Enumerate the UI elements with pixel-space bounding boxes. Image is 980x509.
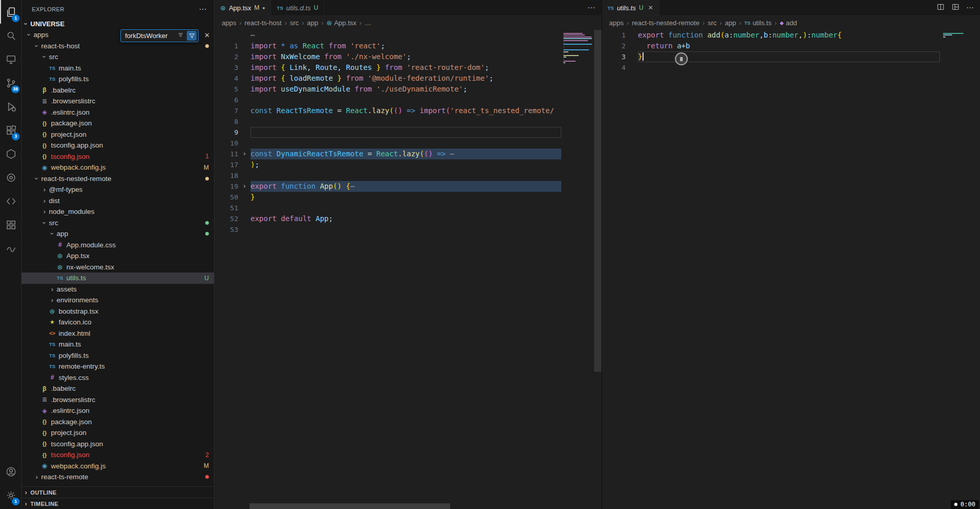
tree-item-main.ts[interactable]: TSmain.ts [22,339,214,350]
breadcrumb-src[interactable]: src [290,19,298,27]
fold-gutter [626,51,638,62]
code-editor[interactable]: 1export function add(a:number,b:number,)… [602,30,980,509]
settings-icon[interactable]: 1 [0,483,21,507]
tree-item-app[interactable]: ›app [22,228,214,240]
tree-item-package.json[interactable]: {}package.json [22,118,214,129]
remote-explorer-icon[interactable] [0,47,21,71]
html-file-icon: <> [48,331,57,336]
filter-lines-icon[interactable] [177,31,184,40]
horizontal-scrollbar[interactable] [250,503,450,509]
more-actions-icon[interactable]: ⋯ [966,3,974,12]
fold-chevron-icon[interactable]: › [238,149,251,159]
tree-item-favicon.ico[interactable]: ★favicon.ico [22,317,214,328]
tree-filter-widget[interactable]: forkDtsWorker [120,29,199,42]
tree-item-main.ts[interactable]: TSmain.ts [22,63,214,74]
breadcrumb-separator-icon: › [360,20,362,27]
breadcrumb-react-ts-host[interactable]: react-ts-host [244,19,281,27]
tree-item-src[interactable]: ›src [22,51,214,63]
line-number: 7 [215,105,238,116]
filter-close-icon[interactable]: ✕ [204,31,210,39]
breadcrumb-utils.ts[interactable]: TSutils.ts [744,19,772,27]
breadcrumb-app[interactable]: app [725,19,736,27]
source-control-icon[interactable]: 38 [0,71,21,95]
tab-utils.d.ts[interactable]: TSutils.d.tsU [271,0,325,15]
close-icon[interactable]: ✕ [648,4,653,11]
tree-item-package.json[interactable]: {}package.json [22,416,214,428]
tree-item-project.json[interactable]: {}project.json [22,129,214,140]
breadcrumb-add[interactable]: ◆add [780,19,797,27]
tree-item-tsconfig.json[interactable]: {}tsconfig.json1 [22,151,214,162]
tree-item-App.module.css[interactable]: #App.module.css [22,240,214,251]
tree-item-environments[interactable]: ›environments [22,295,214,306]
tree-item-tsconfig.app.json[interactable]: {}tsconfig.app.json [22,140,214,151]
tree-item-webpack.config.js[interactable]: ◉webpack.config.jsM [22,461,214,472]
breadcrumb-src[interactable]: src [708,19,717,27]
tree-item-utils.ts[interactable]: TSutils.tsU [22,272,214,284]
breadcrumb-app[interactable]: app [307,19,318,27]
workspace-root-row[interactable]: › UNIVERSE [22,18,214,29]
section-timeline[interactable]: ›TIMELINE [22,498,214,509]
line-number: 2 [215,51,238,62]
dirty-dot-icon[interactable]: ● [262,6,265,10]
tree-item-nx-welcome.tsx[interactable]: ⊛nx-welcome.tsx [22,262,214,273]
breadcrumb-App.tsx[interactable]: ⊛App.tsx [327,19,357,27]
tree-item-assets[interactable]: ›assets [22,284,214,295]
breadcrumb-[interactable]: … [365,19,371,27]
tree-item-tsconfig.json[interactable]: {}tsconfig.json2 [22,449,214,461]
tree-item-.babelrc[interactable]: β.babelrc [22,383,214,394]
breadcrumb-apps[interactable]: apps [609,19,623,27]
breadcrumb-apps[interactable]: apps [222,19,236,27]
tree-item-src[interactable]: ›src [22,217,214,229]
minimap[interactable] [943,32,973,38]
fold-chevron-icon[interactable]: › [238,181,251,192]
extension-circle-icon[interactable] [0,166,21,189]
tree-item-tsconfig.app.json[interactable]: {}tsconfig.app.json [22,439,214,450]
tree-item-polyfills.ts[interactable]: TSpolyfills.ts [22,74,214,85]
search-icon[interactable] [0,24,21,47]
tree-item-webpack.config.js[interactable]: ◉webpack.config.jsM [22,162,214,173]
customize-layout-icon[interactable] [951,3,960,13]
sidebar-more-actions-icon[interactable]: ⋯ [199,5,207,14]
code-editor[interactable]: ⋯1import * as React from 'react';2import… [215,30,601,509]
tree-item-dist[interactable]: ›dist [22,195,214,207]
tree-item-.eslintrc.json[interactable]: ◈.eslintrc.json [22,107,214,118]
accounts-icon[interactable] [0,460,21,483]
run-and-debug-icon[interactable] [0,95,21,118]
filter-input[interactable]: forkDtsWorker [125,32,174,40]
tree-item-.babelrc[interactable]: β.babelrc [22,85,214,96]
extension-grid-icon[interactable] [0,213,21,237]
section-outline[interactable]: ›OUTLINE [22,486,214,498]
more-actions-icon[interactable]: ⋯ [587,3,595,12]
tree-item-project.json[interactable]: {}project.json [22,427,214,439]
tree-item-react-ts-remote[interactable]: ›react-ts-remote [22,471,214,483]
tree-item-App.tsx[interactable]: ⊛App.tsx [22,250,214,262]
breadcrumb-react-ts-nested-remote[interactable]: react-ts-nested-remote [632,19,700,27]
tree-item-label: apps [33,31,48,39]
tree-item-.browserslistrc[interactable]: ≣.browserslistrc [22,96,214,107]
tree-item-react-ts-nested-remote[interactable]: ›react-ts-nested-remote [22,173,214,185]
minimap[interactable] [563,32,593,64]
extension-code-icon[interactable] [0,189,21,213]
tree-item-polyfills.ts[interactable]: TSpolyfills.ts [22,350,214,361]
explorer-icon[interactable]: 1 [0,0,21,24]
filter-toggle-button[interactable] [187,31,197,41]
tree-item-.browserslistrc[interactable]: ≣.browserslistrc [22,394,214,406]
extensions-icon[interactable]: 3 [0,118,21,142]
tree-item-bootstrap.tsx[interactable]: ⊛bootstrap.tsx [22,306,214,317]
tree-item-index.html[interactable]: <>index.html [22,328,214,339]
extension-hexagon-icon[interactable] [0,142,21,166]
tab-utils.ts[interactable]: TSutils.tsU✕ [602,0,660,15]
code-text: import { loadRemote } from '@module-fede… [251,73,561,84]
vertical-scrollbar[interactable] [594,30,601,372]
tree-item-label: styles.css [59,374,89,381]
ts-file-icon: TS [48,341,57,347]
tree-item-nodemodules[interactable]: ›node_modules [22,206,214,217]
split-editor-icon[interactable] [936,3,945,13]
extension-scribble-icon[interactable] [0,237,21,260]
chevron-right-icon: › [40,197,49,205]
tree-item-remote-entry.ts[interactable]: TSremote-entry.ts [22,361,214,372]
tree-item-styles.css[interactable]: #styles.css [22,372,214,384]
tree-item-@mf-types[interactable]: ›@mf-types [22,184,214,195]
tree-item-.eslintrc.json[interactable]: ◈.eslintrc.json [22,405,214,416]
tab-App.tsx[interactable]: ⊛App.tsxM● [215,0,271,15]
